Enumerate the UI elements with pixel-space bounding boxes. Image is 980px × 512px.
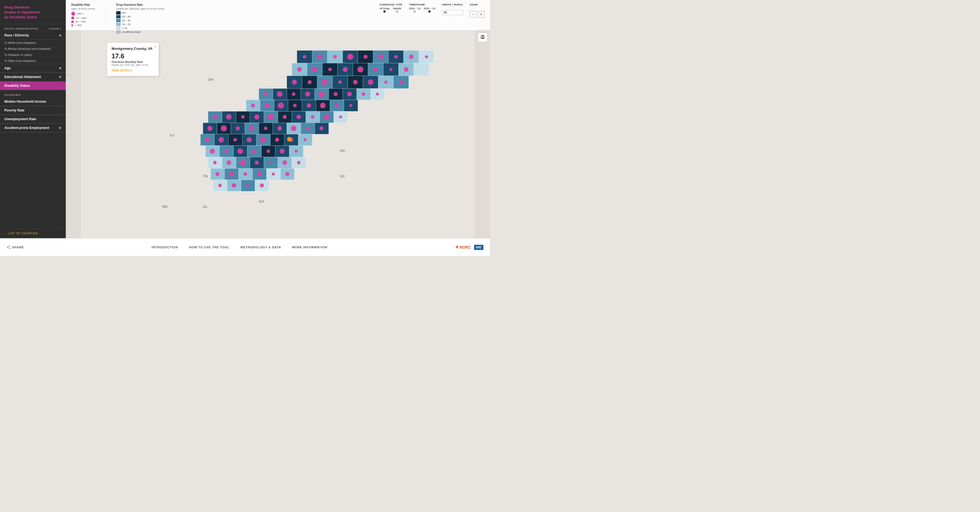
share-button[interactable]: SHARE [6, 245, 24, 249]
svg-point-178 [215, 172, 220, 176]
urban-rural-label: Urban / Rural [442, 3, 463, 6]
radio-dot-opioids [396, 10, 398, 13]
sidebar-item-unemployment[interactable]: Unemployment Rate [0, 115, 66, 124]
legend-dot-row-3: < 10% [71, 24, 95, 27]
popup-rate-sub: Deaths per 100k pop. ages 15-64 [111, 63, 154, 66]
svg-point-160 [260, 136, 266, 143]
svg-rect-18 [414, 63, 429, 76]
svg-point-194 [9, 248, 10, 249]
svg-point-95 [303, 55, 306, 59]
svg-point-136 [349, 104, 352, 107]
svg-point-161 [275, 138, 279, 142]
print-button[interactable] [478, 33, 487, 42]
map-area: OH KY TN VA MD PA NY NC SC GA AL MS [66, 0, 490, 238]
state-label-sc: SC [340, 174, 345, 178]
dot-medium-large [71, 16, 74, 19]
nav-how-to-use[interactable]: HOW TO USE THE TOOL [189, 246, 229, 249]
svg-point-108 [357, 67, 363, 73]
radio-dot-2015 [428, 10, 431, 13]
svg-point-119 [399, 80, 403, 84]
sidebar-item-age[interactable]: Age ∨ [0, 64, 66, 73]
svg-point-167 [252, 149, 256, 154]
sidebar-item-median-income[interactable]: Median Household Income [0, 97, 66, 106]
nav-more-info[interactable]: MORE INFORMATION [292, 246, 328, 249]
overdose-type-label: Overdose Type [380, 3, 402, 6]
svg-point-121 [277, 91, 282, 97]
svg-point-107 [342, 67, 348, 72]
svg-point-118 [384, 81, 387, 84]
svg-point-165 [224, 149, 228, 153]
svg-point-193 [9, 246, 10, 246]
legend-separator [105, 3, 106, 25]
timeframe-label: Timeframe [409, 3, 435, 6]
overdose-rate-legend: Drug Overdose Rate Deaths per 100k pop. … [116, 3, 164, 34]
svg-point-154 [306, 127, 309, 130]
svg-point-114 [322, 79, 328, 85]
grad-row-3: 19 – 25 [116, 23, 164, 26]
svg-point-175 [269, 161, 272, 164]
nav-methodology[interactable]: METHODOLOGY & DATA [240, 246, 281, 249]
sub-item-white[interactable]: % White (non-Hispanic) [0, 40, 66, 46]
zoom-out-button[interactable]: − [470, 11, 476, 17]
svg-point-111 [404, 67, 409, 72]
dot-small [71, 24, 73, 26]
svg-point-105 [312, 67, 317, 72]
sidebar-item-disability-status[interactable]: Disability Status [0, 82, 66, 90]
svg-point-142 [283, 115, 287, 119]
svg-point-176 [283, 160, 287, 165]
svg-point-186 [247, 184, 250, 187]
sidebar-title: Drug Overdose Deaths in Appalachia by Di… [0, 0, 66, 24]
svg-point-104 [297, 67, 302, 72]
svg-point-127 [362, 92, 365, 96]
nav-introduction[interactable]: INTRODUCTION [151, 246, 178, 249]
radio-2015-19[interactable]: 2015 – '19 [424, 7, 435, 13]
svg-point-172 [227, 160, 231, 165]
svg-point-106 [328, 68, 332, 71]
sidebar-item-accident-prone[interactable]: Accident-prone Employment ∨ [0, 124, 66, 132]
svg-point-153 [291, 125, 296, 131]
svg-point-150 [249, 126, 254, 131]
svg-point-128 [376, 92, 379, 95]
state-label-al: AL [203, 204, 208, 209]
radio-all-drugs[interactable]: All Drugs [380, 7, 390, 13]
svg-point-159 [247, 137, 252, 143]
sidebar-item-poverty-rate[interactable]: Poverty Rate [0, 106, 66, 115]
grad-box-5 [116, 30, 121, 34]
clear-button[interactable]: CLEAR × [49, 27, 61, 30]
svg-point-110 [390, 68, 393, 71]
svg-point-134 [320, 103, 326, 108]
svg-point-125 [334, 92, 337, 96]
sidebar-item-educational-attainment[interactable]: Educational Attainment ∨ [0, 73, 66, 81]
popup-close-button[interactable]: × [154, 44, 156, 49]
urban-rural-select[interactable]: All Urban Rural [442, 10, 463, 15]
svg-point-135 [335, 103, 339, 108]
radio-2010-14[interactable]: 2010 – '14 [409, 7, 420, 13]
radio-dot-all-drugs [383, 10, 386, 13]
grad-box-2 [116, 19, 121, 22]
top-controls: Disability Rate Ages 18-64 by county 16%… [66, 0, 490, 30]
grad-row-4: < 19 [116, 27, 164, 30]
svg-point-101 [394, 55, 398, 59]
grad-box-1 [116, 15, 121, 18]
svg-point-180 [243, 172, 247, 176]
overdose-type-control: Overdose Type All Drugs Opioids [380, 3, 402, 13]
svg-point-183 [285, 172, 290, 176]
list-counties-button[interactable]: ← LIST OF COUNTIES [5, 232, 61, 235]
radio-dot-2010 [414, 10, 416, 13]
svg-point-195 [7, 247, 8, 248]
overdose-legend-subtitle: Deaths per 100k pop. ages 15-64 by count… [116, 7, 164, 10]
svg-point-145 [324, 114, 329, 120]
svg-point-163 [304, 138, 307, 141]
zoom-in-button[interactable]: + [478, 11, 485, 17]
radio-opioids[interactable]: Opioids [393, 7, 401, 13]
sub-item-other[interactable]: % Other (non-Hispanic) [0, 58, 66, 64]
svg-point-139 [241, 115, 245, 119]
sub-item-african-american[interactable]: % African American (non-Hispanic) [0, 46, 66, 52]
popup-view-details-link[interactable]: VIEW DETAILS [111, 69, 154, 72]
svg-point-188 [287, 137, 291, 141]
legend-dot-row-2: 10 – 13% [71, 20, 95, 23]
svg-point-117 [368, 79, 373, 85]
sidebar-item-race-ethnicity[interactable]: Race / Ethnicity ∧ [0, 31, 66, 40]
sub-item-hispanic[interactable]: % Hispanic or Latino [0, 52, 66, 58]
svg-point-97 [333, 55, 337, 59]
